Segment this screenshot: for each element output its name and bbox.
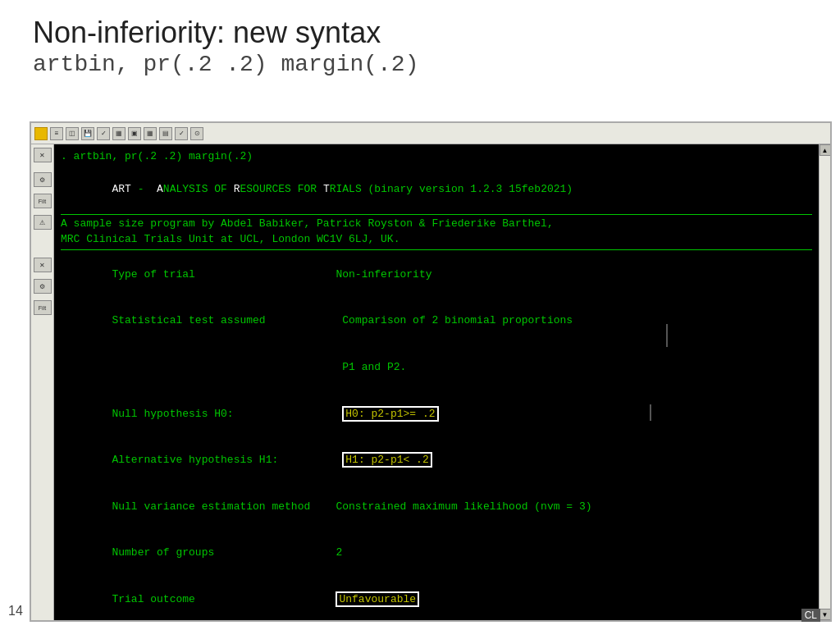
toolbar-icon-2[interactable]: ◫ [66,127,79,140]
scrollbar-right[interactable]: ▲ ▼ [819,144,830,620]
annotation-outcome: Outcome type inferred [678,385,769,423]
desc-line-2: MRC Clinical Trials Unit at UCL, London … [61,232,812,248]
header-subtitle: artbin, pr(.2 .2) margin(.2) [33,52,807,77]
toolbar-icon-5[interactable]: ▦ [112,127,126,140]
toolbar-icon-7[interactable]: ▦ [144,127,157,140]
field-num-groups: Number of groups 2 [61,530,812,577]
page-title: Non-inferiority: new syntax [33,15,807,50]
sidebar-close-btn[interactable]: ✕ [34,148,52,162]
page-number: 14 [8,604,23,619]
field-type-of-trial: Type of trial Non-inferiority [61,252,812,299]
scroll-track[interactable] [819,156,830,609]
annotation-nh-ah: Clear NH, AH [656,304,745,322]
separator-2 [61,249,812,250]
terminal-toolbar: ≡ ◫ 💾 ✓ ▦ ▣ ▦ ▤ ✓ ⊙ [31,123,830,144]
toolbar-icon-1[interactable]: ≡ [50,127,63,140]
toolbar-icon-10[interactable]: ⊙ [190,127,203,140]
sidebar-filt-1[interactable]: Filt [34,194,52,208]
annotation-outcome-line [650,404,651,421]
sidebar-filt-2[interactable]: Filt [34,300,52,315]
scroll-down-arrow[interactable]: ▼ [819,609,831,620]
toolbar-yellow-btn[interactable] [34,127,48,140]
sidebar-tool-1[interactable]: ⚙ [34,172,52,187]
toolbar-icon-3[interactable]: 💾 [81,127,94,140]
toolbar-icon-9[interactable]: ✓ [175,127,188,140]
command-line: . artbin, pr(.2 .2) margin(.2) [61,149,812,165]
terminal-window: ≡ ◫ 💾 ✓ ▦ ▣ ▦ ▤ ✓ ⊙ ✕ ⚙ Filt ⚠ ✕ ⚙ Filt [30,121,832,622]
status-bar: CL [801,609,820,622]
separator-1 [61,214,812,215]
sidebar-close-2[interactable]: ✕ [34,258,52,272]
terminal-body: ✕ ⚙ Filt ⚠ ✕ ⚙ Filt . artbin, pr(.2 .2) … [31,144,830,620]
art-line: ART - ANALYSIS OF RESOURCES FOR TRIALS (… [61,167,812,213]
sidebar-alert-1[interactable]: ⚠ [34,215,52,230]
sidebar-tool-2[interactable]: ⚙ [34,279,52,294]
field-trial-outcome: Trial outcome Unfavourable [61,577,812,620]
field-null-variance: Null variance estimation method Constrai… [61,484,812,531]
field-alt-hypothesis: Alternative hypothesis H1: H1: p2-p1< .2 [61,437,812,484]
toolbar-icon-6[interactable]: ▣ [128,127,141,140]
annotation-nh-line [666,324,668,347]
header: Non-inferiority: new syntax artbin, pr(.… [0,0,840,85]
sidebar-left: ✕ ⚙ Filt ⚠ ✕ ⚙ Filt [31,144,54,620]
annotation-answer: Answer [628,587,687,609]
desc-line-1: A sample size program by Abdel Babiker, … [61,217,812,232]
terminal-content: . artbin, pr(.2 .2) margin(.2) ART - ANA… [54,144,819,620]
toolbar-icon-4[interactable]: ✓ [97,127,110,140]
scroll-up-arrow[interactable]: ▲ [819,144,831,156]
toolbar-icon-8[interactable]: ▤ [159,127,172,140]
